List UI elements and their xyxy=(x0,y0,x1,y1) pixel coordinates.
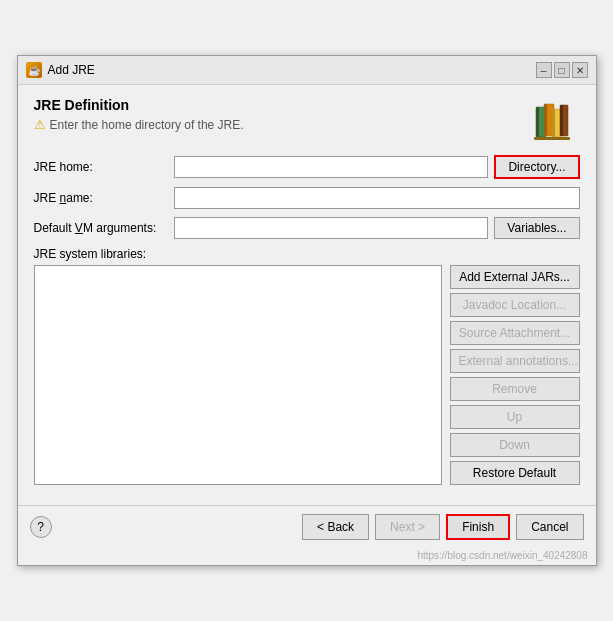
directory-button[interactable]: Directory... xyxy=(494,155,579,179)
back-button[interactable]: < Back xyxy=(302,514,369,540)
add-jre-window: ☕ Add JRE – □ ✕ JRE Definition ⚠ Enter t… xyxy=(17,55,597,566)
external-annotations-button[interactable]: External annotations... xyxy=(450,349,580,373)
vm-args-input[interactable] xyxy=(174,217,489,239)
jre-home-input[interactable] xyxy=(174,156,489,178)
libraries-label: JRE system libraries: xyxy=(34,247,580,261)
libraries-list[interactable] xyxy=(34,265,442,485)
help-button[interactable]: ? xyxy=(30,516,52,538)
footer-left: ? xyxy=(30,516,52,538)
up-button[interactable]: Up xyxy=(450,405,580,429)
restore-default-button[interactable]: Restore Default xyxy=(450,461,580,485)
dialog-footer: ? < Back Next > Finish Cancel xyxy=(18,505,596,548)
section-subtitle: ⚠ Enter the home directory of the JRE. xyxy=(34,117,244,132)
form-area: JRE home: Directory... JRE name: Default… xyxy=(34,155,580,239)
jre-home-row: JRE home: Directory... xyxy=(34,155,580,179)
jre-name-label: JRE name: xyxy=(34,191,174,205)
javadoc-location-button[interactable]: Javadoc Location... xyxy=(450,293,580,317)
minimize-button[interactable]: – xyxy=(536,62,552,78)
books-svg xyxy=(530,99,578,143)
vm-args-label: Default VM arguments: xyxy=(34,221,174,235)
window-title: Add JRE xyxy=(48,63,95,77)
title-bar: ☕ Add JRE – □ ✕ xyxy=(18,56,596,85)
logo-icon xyxy=(528,97,580,145)
remove-button[interactable]: Remove xyxy=(450,377,580,401)
watermark: https://blog.csdn.net/weixin_40242808 xyxy=(18,548,596,565)
variables-button[interactable]: Variables... xyxy=(494,217,579,239)
vm-args-row: Default VM arguments: Variables... xyxy=(34,217,580,239)
down-button[interactable]: Down xyxy=(450,433,580,457)
svg-rect-8 xyxy=(534,137,570,140)
next-button[interactable]: Next > xyxy=(375,514,440,540)
window-icon: ☕ xyxy=(26,62,42,78)
source-attachment-button[interactable]: Source Attachment... xyxy=(450,321,580,345)
finish-button[interactable]: Finish xyxy=(446,514,510,540)
section-title: JRE Definition xyxy=(34,97,244,113)
svg-rect-7 xyxy=(560,105,563,136)
close-button[interactable]: ✕ xyxy=(572,62,588,78)
title-controls: – □ ✕ xyxy=(536,62,588,78)
svg-rect-1 xyxy=(536,107,539,137)
svg-rect-5 xyxy=(552,109,555,137)
jre-name-row: JRE name: xyxy=(34,187,580,209)
add-external-jars-button[interactable]: Add External JARs... xyxy=(450,265,580,289)
section-header-text: JRE Definition ⚠ Enter the home director… xyxy=(34,97,244,132)
warning-icon: ⚠ xyxy=(34,117,46,132)
title-bar-left: ☕ Add JRE xyxy=(26,62,95,78)
jre-home-label: JRE home: xyxy=(34,160,174,174)
dialog-content: JRE Definition ⚠ Enter the home director… xyxy=(18,85,596,497)
libraries-buttons: Add External JARs... Javadoc Location...… xyxy=(450,265,580,485)
jre-name-input[interactable] xyxy=(174,187,580,209)
libraries-section: JRE system libraries: Add External JARs.… xyxy=(34,247,580,485)
maximize-button[interactable]: □ xyxy=(554,62,570,78)
footer-right: < Back Next > Finish Cancel xyxy=(302,514,583,540)
svg-rect-3 xyxy=(544,104,547,136)
subtitle-text: Enter the home directory of the JRE. xyxy=(50,118,244,132)
libraries-body: Add External JARs... Javadoc Location...… xyxy=(34,265,580,485)
section-header: JRE Definition ⚠ Enter the home director… xyxy=(34,97,580,145)
cancel-button[interactable]: Cancel xyxy=(516,514,583,540)
